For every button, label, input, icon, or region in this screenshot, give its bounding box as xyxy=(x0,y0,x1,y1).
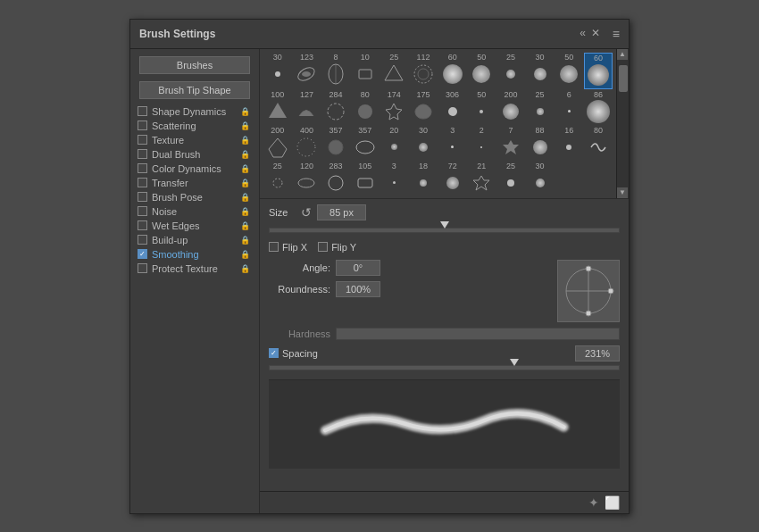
brush-cell[interactable]: 3 xyxy=(380,162,409,196)
brush-cell[interactable]: 25 xyxy=(263,162,292,196)
spacing-input[interactable] xyxy=(575,345,620,362)
brush-cell[interactable]: 88 xyxy=(526,126,555,161)
spacing-slider-thumb[interactable] xyxy=(510,359,519,366)
checkbox-color-dynamics[interactable] xyxy=(138,163,147,173)
brush-cell[interactable]: 21 xyxy=(467,162,496,196)
brush-cell[interactable]: 8 xyxy=(321,53,350,89)
brush-cell[interactable]: 50 xyxy=(467,53,496,89)
brush-cell[interactable]: 105 xyxy=(351,162,380,196)
brush-cell[interactable]: 30 xyxy=(263,53,292,89)
brush-cell[interactable]: 16 xyxy=(555,126,583,161)
checkbox-texture[interactable] xyxy=(138,135,147,145)
checkbox-build-up[interactable] xyxy=(138,235,147,245)
brush-cell[interactable]: 200 xyxy=(263,126,292,161)
checkbox-noise[interactable] xyxy=(138,206,147,216)
checkbox-smoothing[interactable] xyxy=(138,249,147,259)
reset-size-button[interactable]: ↺ xyxy=(301,205,312,220)
brush-cell[interactable]: 30 xyxy=(526,53,555,89)
brush-cell[interactable]: 3 xyxy=(438,126,467,161)
flip-x-option[interactable]: Flip X xyxy=(269,242,307,253)
brush-cell[interactable]: 112 xyxy=(409,53,438,89)
checkbox-transfer[interactable] xyxy=(138,178,147,187)
brush-tip-shape-button[interactable]: Brush Tip Shape xyxy=(139,81,250,99)
brush-cell[interactable]: 120 xyxy=(293,162,321,196)
scrollbar-vertical[interactable]: ▲ ▼ xyxy=(616,49,629,198)
brushes-button[interactable]: Brushes xyxy=(139,56,250,74)
create-preset-icon[interactable]: ✦ xyxy=(588,495,599,510)
brush-cell[interactable]: 127 xyxy=(293,90,321,125)
checkbox-brush-pose[interactable] xyxy=(138,192,147,202)
brush-cell-selected[interactable]: 60 xyxy=(584,53,613,89)
brush-cell[interactable]: 7 xyxy=(496,126,525,161)
checkbox-dual-brush[interactable] xyxy=(138,149,147,159)
brush-cell[interactable]: 100 xyxy=(263,90,292,125)
sidebar-item-brush-pose[interactable]: Brush Pose 🔒 xyxy=(130,190,259,204)
sidebar-item-wet-edges[interactable]: Wet Edges 🔒 xyxy=(130,219,259,233)
sidebar-item-dual-brush[interactable]: Dual Brush 🔒 xyxy=(130,147,259,162)
brush-cell[interactable]: 80 xyxy=(584,126,613,161)
lock-icon-wet-edges: 🔒 xyxy=(240,221,250,230)
menu-icon[interactable]: ≡ xyxy=(613,27,620,41)
delete-preset-icon[interactable]: ⬜ xyxy=(605,495,620,510)
checkbox-spacing[interactable] xyxy=(269,348,279,358)
collapse-icon[interactable]: « xyxy=(580,27,586,41)
checkbox-flip-y[interactable] xyxy=(318,242,328,252)
hardness-bar[interactable] xyxy=(336,328,620,340)
svg-rect-19 xyxy=(358,179,372,187)
brush-cell[interactable]: 86 xyxy=(584,90,613,125)
angle-input[interactable] xyxy=(336,260,380,276)
brush-cell[interactable]: 357 xyxy=(321,126,350,161)
sidebar-item-protect-texture[interactable]: Protect Texture 🔒 xyxy=(130,262,259,276)
brush-angle-diagram[interactable] xyxy=(557,260,620,322)
brush-cell[interactable]: 10 xyxy=(351,53,380,89)
sidebar-item-shape-dynamics[interactable]: Shape Dynamics 🔒 xyxy=(130,104,259,119)
roundness-input[interactable] xyxy=(336,281,380,297)
brush-cell[interactable]: 357 xyxy=(351,126,380,161)
checkbox-shape-dynamics[interactable] xyxy=(138,106,147,116)
brush-cell[interactable]: 200 xyxy=(496,90,525,125)
size-slider-track[interactable] xyxy=(269,228,620,233)
flip-y-option[interactable]: Flip Y xyxy=(318,242,356,253)
size-input[interactable] xyxy=(317,204,366,220)
sidebar-item-noise[interactable]: Noise 🔒 xyxy=(130,204,259,219)
brush-cell[interactable]: 123 xyxy=(293,53,321,89)
brush-cell[interactable]: 25 xyxy=(496,53,525,89)
brush-cell[interactable]: 20 xyxy=(380,126,409,161)
brush-cell[interactable]: 175 xyxy=(409,90,438,125)
brush-cell[interactable]: 306 xyxy=(438,90,467,125)
spacing-row: Spacing xyxy=(269,345,620,362)
sidebar-item-smoothing[interactable]: Smoothing 🔒 xyxy=(130,247,259,262)
checkbox-wet-edges[interactable] xyxy=(138,220,147,230)
brush-cell[interactable]: 72 xyxy=(438,162,467,196)
brush-cell[interactable]: 6 xyxy=(555,90,583,125)
brush-cell[interactable]: 18 xyxy=(409,162,438,196)
size-slider-thumb[interactable] xyxy=(440,221,449,229)
scroll-thumb[interactable] xyxy=(619,65,628,92)
brush-cell[interactable]: 25 xyxy=(496,162,525,196)
brush-cell[interactable]: 50 xyxy=(467,90,496,125)
checkbox-protect-texture[interactable] xyxy=(138,263,147,273)
brush-cell[interactable]: 284 xyxy=(321,90,350,125)
brush-cell[interactable]: 174 xyxy=(380,90,409,125)
spacing-slider-track[interactable] xyxy=(269,365,620,370)
brush-cell[interactable]: 30 xyxy=(409,126,438,161)
brush-cell[interactable]: 283 xyxy=(321,162,350,196)
checkbox-scattering[interactable] xyxy=(138,121,147,130)
checkbox-flip-x[interactable] xyxy=(269,242,279,252)
brush-cell[interactable]: 30 xyxy=(526,162,555,196)
sidebar-item-transfer[interactable]: Transfer 🔒 xyxy=(130,176,259,190)
brush-cell[interactable]: 2 xyxy=(467,126,496,161)
brush-cell[interactable]: 50 xyxy=(555,53,583,89)
close-icon[interactable]: ✕ xyxy=(591,27,600,41)
sidebar-item-texture[interactable]: Texture 🔒 xyxy=(130,133,259,147)
brush-cell[interactable]: 400 xyxy=(293,126,321,161)
brush-cell[interactable]: 25 xyxy=(526,90,555,125)
brush-cell[interactable]: 25 xyxy=(380,53,409,89)
brush-cell[interactable]: 60 xyxy=(438,53,467,89)
scroll-up-arrow[interactable]: ▲ xyxy=(617,49,628,60)
sidebar-item-scattering[interactable]: Scattering 🔒 xyxy=(130,119,259,133)
sidebar-item-build-up[interactable]: Build-up 🔒 xyxy=(130,233,259,247)
brush-cell[interactable]: 80 xyxy=(351,90,380,125)
scroll-down-arrow[interactable]: ▼ xyxy=(617,187,628,198)
sidebar-item-color-dynamics[interactable]: Color Dynamics 🔒 xyxy=(130,162,259,176)
